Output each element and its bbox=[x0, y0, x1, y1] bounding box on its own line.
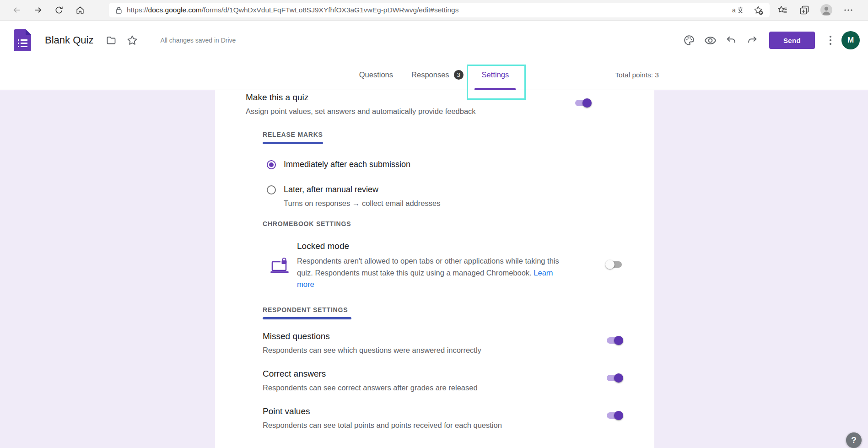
locked-mode-row: Locked mode Respondents aren't allowed t… bbox=[270, 241, 560, 291]
locked-mode-title: Locked mode bbox=[297, 241, 560, 251]
collections-icon bbox=[799, 5, 810, 16]
point-values-toggle[interactable] bbox=[606, 411, 623, 420]
send-button[interactable]: Send bbox=[769, 32, 815, 49]
lock-icon[interactable] bbox=[115, 6, 122, 14]
customize-theme-button[interactable] bbox=[679, 30, 700, 51]
collections-button[interactable] bbox=[795, 0, 814, 21]
star-icon bbox=[126, 34, 138, 46]
tab-settings[interactable]: Settings bbox=[480, 60, 511, 90]
tab-responses-label: Responses bbox=[411, 70, 449, 79]
missed-questions-row: Missed questions Respondents can see whi… bbox=[263, 331, 583, 355]
url-text[interactable]: https://docs.google.com/forms/d/1QwhDxVd… bbox=[127, 6, 458, 14]
save-status[interactable]: All changes saved in Drive bbox=[160, 37, 236, 44]
radio-later[interactable] bbox=[267, 185, 276, 194]
browser-back-button[interactable] bbox=[6, 0, 27, 21]
locked-mode-toggle[interactable] bbox=[606, 260, 623, 269]
help-button[interactable]: ? bbox=[846, 432, 862, 448]
add-favorite-icon bbox=[753, 5, 763, 15]
move-to-folder-button[interactable] bbox=[101, 30, 122, 51]
correct-answers-title: Correct answers bbox=[263, 369, 583, 379]
url-scheme: https:// bbox=[127, 6, 148, 14]
toggle-thumb bbox=[614, 411, 623, 420]
preview-eye-icon bbox=[704, 34, 717, 47]
url-path: /forms/d/1QwhDxVduLFqFTwLo8SJ9XYfhfOX3aG… bbox=[202, 6, 459, 14]
translate-button[interactable]: a bbox=[732, 6, 744, 14]
respondent-settings-heading: RESPONDENT SETTINGS bbox=[263, 306, 351, 319]
release-marks-heading: RELEASE MARKS bbox=[263, 131, 323, 144]
release-marks-underline bbox=[263, 142, 323, 144]
correct-answers-description: Respondents can see correct answers afte… bbox=[263, 383, 583, 392]
respondent-settings-heading-label: RESPONDENT SETTINGS bbox=[263, 306, 348, 313]
kebab-icon bbox=[829, 35, 832, 45]
radio-immediately[interactable] bbox=[267, 160, 276, 169]
profile-icon bbox=[820, 4, 832, 16]
locked-mode-description: Respondents aren't allowed to open tabs … bbox=[297, 255, 560, 291]
more-options-button[interactable] bbox=[822, 30, 839, 51]
favorites-hub-button[interactable] bbox=[773, 0, 792, 21]
make-quiz-toggle[interactable] bbox=[574, 98, 591, 108]
correct-answers-toggle[interactable] bbox=[606, 373, 623, 383]
respondent-settings-underline bbox=[263, 317, 351, 319]
favorites-icon bbox=[777, 5, 788, 16]
toggle-thumb bbox=[582, 98, 592, 108]
toggle-thumb bbox=[614, 373, 623, 383]
url-domain: docs.google.com bbox=[148, 6, 202, 14]
missed-questions-toggle[interactable] bbox=[606, 336, 623, 345]
active-tab-indicator bbox=[474, 88, 516, 90]
add-favorite-button[interactable] bbox=[753, 5, 763, 15]
correct-answers-row: Correct answers Respondents can see corr… bbox=[263, 369, 583, 392]
forms-tab-bar: Questions Responses 3 Settings Total poi… bbox=[0, 60, 868, 90]
chromebook-settings-heading: CHROMEBOOK SETTINGS bbox=[263, 220, 351, 227]
missed-questions-description: Respondents can see which questions were… bbox=[263, 346, 583, 355]
preview-button[interactable] bbox=[700, 30, 721, 51]
tab-questions-label: Questions bbox=[359, 70, 393, 79]
laptop-lock-icon-wrap bbox=[270, 258, 290, 291]
toggle-thumb bbox=[605, 260, 615, 269]
forms-header: Blank Quiz All changes saved in Drive Se… bbox=[0, 21, 868, 60]
star-document-button[interactable] bbox=[122, 30, 143, 51]
undo-icon bbox=[725, 34, 737, 46]
release-option-immediately[interactable]: Immediately after each submission bbox=[267, 160, 410, 169]
laptop-lock-icon bbox=[270, 258, 290, 275]
home-icon bbox=[75, 5, 85, 15]
release-option-later[interactable]: Later, after manual review bbox=[267, 185, 378, 194]
radio-immediately-label: Immediately after each submission bbox=[284, 160, 410, 169]
folder-icon bbox=[106, 35, 117, 46]
svg-text:a: a bbox=[732, 6, 736, 14]
document-title[interactable]: Blank Quiz bbox=[45, 34, 93, 46]
back-icon bbox=[12, 5, 22, 15]
address-bar[interactable]: https://docs.google.com/forms/d/1QwhDxVd… bbox=[109, 3, 770, 17]
missed-questions-title: Missed questions bbox=[263, 331, 583, 341]
tab-responses[interactable]: Responses 3 bbox=[410, 60, 465, 90]
redo-icon bbox=[746, 34, 758, 46]
settings-page-background: Make this a quiz Assign point values, se… bbox=[0, 90, 868, 448]
make-quiz-description: Assign point values, set answers and aut… bbox=[246, 107, 623, 116]
browser-toolbar: https://docs.google.com/forms/d/1QwhDxVd… bbox=[0, 0, 868, 21]
refresh-icon bbox=[54, 5, 64, 15]
tab-settings-label: Settings bbox=[482, 70, 509, 79]
palette-icon bbox=[683, 34, 695, 46]
make-quiz-row: Make this a quiz Assign point values, se… bbox=[246, 92, 623, 116]
ellipsis-icon bbox=[844, 9, 853, 11]
tab-questions[interactable]: Questions bbox=[357, 60, 395, 90]
help-icon: ? bbox=[851, 435, 857, 445]
forward-icon bbox=[33, 5, 43, 15]
forms-logo[interactable] bbox=[14, 29, 31, 51]
point-values-title: Point values bbox=[263, 406, 583, 416]
translate-icon: a bbox=[732, 6, 744, 14]
release-marks-heading-label: RELEASE MARKS bbox=[263, 131, 323, 138]
account-avatar[interactable]: M bbox=[841, 31, 860, 49]
radio-later-label: Later, after manual review bbox=[284, 185, 378, 194]
undo-button[interactable] bbox=[721, 30, 742, 51]
browser-menu-button[interactable] bbox=[839, 0, 857, 21]
chromebook-settings-heading-label: CHROMEBOOK SETTINGS bbox=[263, 220, 351, 227]
settings-card: Make this a quiz Assign point values, se… bbox=[215, 90, 654, 448]
responses-count-badge: 3 bbox=[454, 70, 464, 80]
browser-forward-button[interactable] bbox=[27, 0, 49, 21]
locked-mode-text: Locked mode Respondents aren't allowed t… bbox=[297, 241, 560, 291]
browser-refresh-button[interactable] bbox=[49, 0, 70, 21]
radio-later-subtext: Turns on responses → collect email addre… bbox=[284, 199, 440, 208]
redo-button[interactable] bbox=[742, 30, 763, 51]
browser-home-button[interactable] bbox=[70, 0, 91, 21]
browser-profile-button[interactable] bbox=[817, 0, 836, 21]
